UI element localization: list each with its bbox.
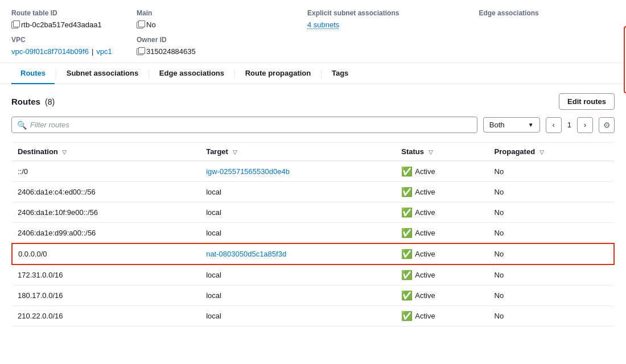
- cell-status: ✅Active: [396, 286, 488, 306]
- owner-value-text: 315024884635: [146, 47, 196, 56]
- cell-target: local: [200, 202, 396, 223]
- status-active: ✅Active: [401, 166, 483, 177]
- header-row: Destination ▽Target ▽Status ▽Propagated …: [12, 143, 614, 162]
- chevron-down-icon: ▼: [528, 122, 534, 128]
- cell-target: local: [200, 264, 396, 286]
- cell-destination: 2406:da1e:c4:ed00::/56: [12, 182, 200, 202]
- table-row: ::/0igw-025571565530d0e4b✅ActiveNo: [12, 161, 614, 182]
- routes-title: Routes (8): [11, 97, 55, 106]
- owner-value: 315024884635: [137, 47, 239, 56]
- routes-title-area: Routes (8): [11, 97, 55, 106]
- info-section: Route table ID rtb-0c2ba517ed43adaa1 VPC…: [0, 0, 626, 63]
- target-link[interactable]: igw-025571565530d0e4b: [206, 167, 290, 176]
- edge-label: Edge associations: [479, 9, 538, 17]
- status-active: ✅Active: [401, 290, 483, 301]
- routes-section: Routes (8) Edit routes 🔍 Both ▼ ‹ 1 › ⚙: [0, 84, 626, 336]
- status-dot: ✅: [401, 249, 413, 259]
- explicit-label: Explicit subnet associations: [307, 9, 399, 17]
- table-settings-button[interactable]: ⚙: [599, 117, 615, 133]
- target-link[interactable]: nat-0803050d5c1a85f3d: [206, 250, 286, 258]
- cell-destination: ::/0: [12, 161, 200, 182]
- sort-icon: ▽: [429, 149, 433, 155]
- cell-propagated: No: [489, 182, 614, 202]
- copy-icon-owner: [137, 48, 143, 55]
- main-group: Main No Owner ID 315024884635: [137, 9, 239, 56]
- tabs-bar: Routes|Subnet associations|Edge associat…: [0, 63, 626, 84]
- cell-status: ✅Active: [396, 306, 488, 326]
- status-active: ✅Active: [401, 270, 483, 280]
- main-label: Main: [137, 9, 239, 17]
- filter-bar: 🔍 Both ▼ ‹ 1 › ⚙: [11, 117, 615, 133]
- filter-dropdown[interactable]: Both ▼: [483, 117, 540, 133]
- cell-status: ✅Active: [396, 264, 488, 286]
- explicit-count-link[interactable]: 4 subnets: [307, 20, 339, 29]
- page-number: 1: [564, 121, 575, 129]
- tab-tags[interactable]: Tags: [323, 63, 357, 84]
- page-container: Route table ID rtb-0c2ba517ed43adaa1 VPC…: [0, 0, 626, 364]
- cell-status: ✅Active: [396, 161, 488, 182]
- cell-status: ✅Active: [396, 202, 488, 223]
- cell-propagated: No: [489, 223, 614, 244]
- cell-propagated: No: [489, 243, 614, 264]
- tab-edge-associations[interactable]: Edge associations: [150, 63, 233, 84]
- cell-target: local: [200, 286, 396, 306]
- vpc-link2[interactable]: vpc1: [96, 47, 112, 56]
- filter-routes-input[interactable]: [11, 117, 477, 133]
- pagination: ‹ 1 ›: [546, 117, 593, 133]
- filter-dropdown-value: Both: [489, 121, 505, 129]
- copy-icon[interactable]: [11, 22, 18, 28]
- cell-target[interactable]: nat-0803050d5c1a85f3d: [200, 243, 396, 264]
- table-row: 210.22.0.0/16local✅ActiveNo: [12, 306, 614, 326]
- status-dot: ✅: [401, 207, 413, 218]
- status-active: ✅Active: [401, 311, 483, 321]
- route-table-id-label: Route table ID: [11, 9, 114, 17]
- cell-destination: 2406:da1e:10f:9e00::/56: [12, 202, 200, 223]
- explicit-subnet-area: Explicit subnet associations Edge associ…: [307, 9, 539, 29]
- cell-status: ✅Active: [396, 182, 488, 202]
- cell-status: ✅Active: [396, 223, 488, 244]
- table-header: Destination ▽Target ▽Status ▽Propagated …: [12, 143, 614, 162]
- sort-icon: ▽: [539, 149, 544, 155]
- sort-icon: ▽: [233, 149, 237, 155]
- tab-routes[interactable]: Routes: [11, 63, 55, 84]
- column-status[interactable]: Status ▽: [396, 143, 488, 162]
- table-row: 2406:da1e:d99:a00::/56local✅ActiveNo: [12, 223, 614, 244]
- top-labels: Explicit subnet associations Edge associ…: [307, 9, 539, 17]
- vpc-label: VPC: [11, 36, 114, 44]
- column-target[interactable]: Target ▽: [200, 143, 396, 162]
- status-active: ✅Active: [401, 228, 483, 238]
- status-dot: ✅: [401, 187, 413, 197]
- route-table-id-group: Route table ID rtb-0c2ba517ed43adaa1 VPC…: [11, 9, 114, 56]
- status-active: ✅Active: [401, 207, 483, 218]
- next-page-button[interactable]: ›: [577, 117, 593, 133]
- routes-table: Destination ▽Target ▽Status ▽Propagated …: [11, 142, 615, 326]
- tab-subnet-associations[interactable]: Subnet associations: [57, 63, 147, 84]
- vpc-value: vpc-09f01c8f7014b09f6 | vpc1: [11, 47, 114, 56]
- cell-propagated: No: [489, 306, 614, 326]
- cell-propagated: No: [489, 161, 614, 182]
- edit-routes-button[interactable]: Edit routes: [559, 93, 615, 110]
- search-icon: 🔍: [17, 121, 27, 130]
- cell-target[interactable]: igw-025571565530d0e4b: [200, 161, 396, 182]
- status-dot: ✅: [401, 290, 413, 301]
- cell-destination: 0.0.0.0/0: [12, 243, 200, 264]
- prev-page-button[interactable]: ‹: [546, 117, 562, 133]
- route-table-id-value: rtb-0c2ba517ed43adaa1: [11, 20, 114, 29]
- tab-route-propagation[interactable]: Route propagation: [236, 63, 320, 84]
- cell-target: local: [200, 182, 396, 202]
- cell-destination: 172.31.0.0/16: [12, 264, 200, 286]
- status-dot: ✅: [401, 228, 413, 238]
- vpc-link1[interactable]: vpc-09f01c8f7014b09f6: [11, 47, 89, 56]
- status-dot: ✅: [401, 166, 413, 177]
- cell-status: ✅Active: [396, 243, 488, 264]
- column-propagated[interactable]: Propagated ▽: [489, 143, 614, 162]
- table-row: 172.31.0.0/16local✅ActiveNo: [12, 264, 614, 286]
- copy-icon-main: [137, 22, 143, 28]
- status-dot: ✅: [401, 270, 413, 280]
- status-dot: ✅: [401, 311, 413, 321]
- route-table-id-text: rtb-0c2ba517ed43adaa1: [21, 20, 102, 29]
- search-container: 🔍: [11, 117, 477, 133]
- column-destination[interactable]: Destination ▽: [12, 143, 200, 162]
- subnet-popup: ✕ subnet-0bdda3aaf0feafe15 / private172-…: [624, 26, 626, 93]
- main-value-text: No: [146, 20, 156, 29]
